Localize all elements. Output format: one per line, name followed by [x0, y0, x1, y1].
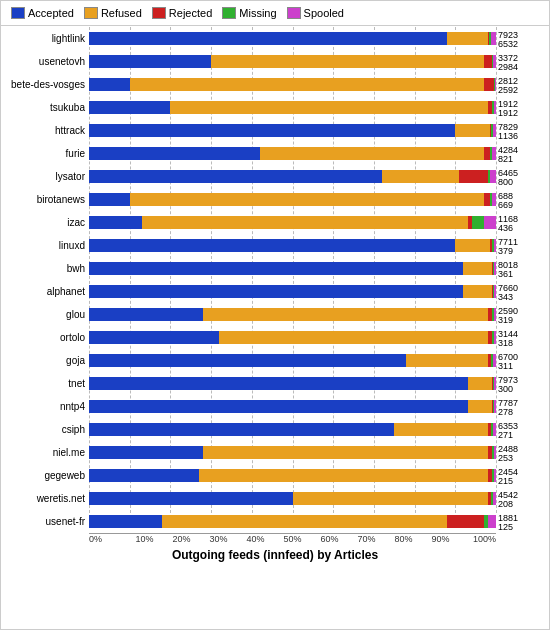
- val-bot: 1136: [498, 132, 518, 142]
- chart-row: birotanews688669: [1, 188, 550, 210]
- spooled-bar: [494, 308, 496, 321]
- bar-values: 4542208: [498, 491, 518, 511]
- chart-row: gegeweb2454215: [1, 464, 550, 486]
- bar-values: 4284821: [498, 146, 518, 166]
- row-label: tnet: [1, 378, 89, 389]
- accepted-bar: [89, 377, 468, 390]
- spooled-bar: [494, 446, 496, 459]
- refused-bar: [468, 400, 492, 413]
- row-label: izac: [1, 217, 89, 228]
- spooled-bar: [493, 55, 496, 68]
- x-axis: 0%10%20%30%40%50%60%70%80%90%100%: [89, 533, 496, 544]
- accepted-bar: [89, 262, 463, 275]
- x-tick: 80%: [385, 534, 422, 544]
- chart-container: Accepted Refused Rejected Missing Spoole…: [0, 0, 550, 630]
- accepted-bar: [89, 124, 455, 137]
- missing-color: [222, 7, 236, 19]
- refused-bar: [447, 32, 488, 45]
- spooled-bar: [492, 193, 496, 206]
- rejected-bar: [484, 78, 494, 91]
- bar-segments: 78291136: [89, 124, 496, 137]
- chart-row: ortolo3144318: [1, 326, 550, 348]
- row-label: bwh: [1, 263, 89, 274]
- refused-bar: [162, 515, 447, 528]
- row-label: csiph: [1, 424, 89, 435]
- bar-values: 8018361: [498, 261, 518, 281]
- refused-bar: [455, 124, 490, 137]
- rejected-bar: [459, 170, 487, 183]
- row-label: ortolo: [1, 332, 89, 343]
- bar-values: 688669: [498, 192, 513, 212]
- accepted-bar: [89, 55, 211, 68]
- refused-bar: [199, 469, 488, 482]
- bar-values: 1168436: [498, 215, 518, 235]
- rejected-label: Rejected: [169, 7, 212, 19]
- refused-bar: [293, 492, 488, 505]
- chart-row: glou2590319: [1, 303, 550, 325]
- spooled-bar: [493, 423, 496, 436]
- refused-bar: [203, 308, 488, 321]
- chart-row: linuxd7711379: [1, 234, 550, 256]
- chart-row: nntp47787278: [1, 395, 550, 417]
- chart-row: usenet-fr1881125: [1, 510, 550, 532]
- refused-bar: [382, 170, 459, 183]
- x-tick: 60%: [311, 534, 348, 544]
- spooled-bar: [484, 216, 496, 229]
- legend-spooled: Spooled: [287, 7, 344, 19]
- row-label: usenet-fr: [1, 516, 89, 527]
- row-label: goja: [1, 355, 89, 366]
- refused-bar: [463, 285, 491, 298]
- bar-segments: 6700311: [89, 354, 496, 367]
- bar-segments: 4542208: [89, 492, 496, 505]
- row-label: httrack: [1, 125, 89, 136]
- val-bot: 318: [498, 339, 518, 349]
- legend-accepted: Accepted: [11, 7, 74, 19]
- accepted-bar: [89, 423, 394, 436]
- bar-segments: 6465800: [89, 170, 496, 183]
- bar-segments: 2590319: [89, 308, 496, 321]
- accepted-bar: [89, 216, 142, 229]
- legend-missing: Missing: [222, 7, 276, 19]
- bar-values: 2488253: [498, 445, 518, 465]
- val-bot: 271: [498, 431, 518, 441]
- val-bot: 2592: [498, 86, 518, 96]
- spooled-bar: [488, 515, 496, 528]
- val-bot: 253: [498, 454, 518, 464]
- val-bot: 319: [498, 316, 518, 326]
- refused-bar: [142, 216, 468, 229]
- accepted-bar: [89, 285, 463, 298]
- refused-label: Refused: [101, 7, 142, 19]
- bar-values: 7787278: [498, 399, 518, 419]
- bar-values: 79236532: [498, 31, 518, 51]
- chart-body: lightlink79236532usenetovh33722984bete-d…: [1, 27, 549, 544]
- refused-bar: [203, 446, 488, 459]
- x-tick: 40%: [237, 534, 274, 544]
- spooled-bar: [494, 101, 496, 114]
- accepted-bar: [89, 400, 468, 413]
- val-bot: 208: [498, 500, 518, 510]
- val-bot: 821: [498, 155, 518, 165]
- chart-row: httrack78291136: [1, 119, 550, 141]
- legend-rejected: Rejected: [152, 7, 212, 19]
- accepted-bar: [89, 170, 382, 183]
- legend: Accepted Refused Rejected Missing Spoole…: [1, 1, 549, 26]
- rejected-color: [152, 7, 166, 19]
- row-label: furie: [1, 148, 89, 159]
- row-label: tsukuba: [1, 102, 89, 113]
- row-label: nntp4: [1, 401, 89, 412]
- refused-bar: [130, 193, 484, 206]
- val-bot: 343: [498, 293, 518, 303]
- x-tick: 30%: [200, 534, 237, 544]
- val-bot: 215: [498, 477, 518, 487]
- bar-segments: 8018361: [89, 262, 496, 275]
- refused-bar: [394, 423, 488, 436]
- bar-values: 28122592: [498, 77, 518, 97]
- spooled-bar: [494, 262, 496, 275]
- chart-row: niel.me2488253: [1, 441, 550, 463]
- accepted-bar: [89, 331, 219, 344]
- refused-color: [84, 7, 98, 19]
- accepted-bar: [89, 193, 130, 206]
- x-tick: 10%: [126, 534, 163, 544]
- row-label: usenetovh: [1, 56, 89, 67]
- spooled-bar: [494, 285, 496, 298]
